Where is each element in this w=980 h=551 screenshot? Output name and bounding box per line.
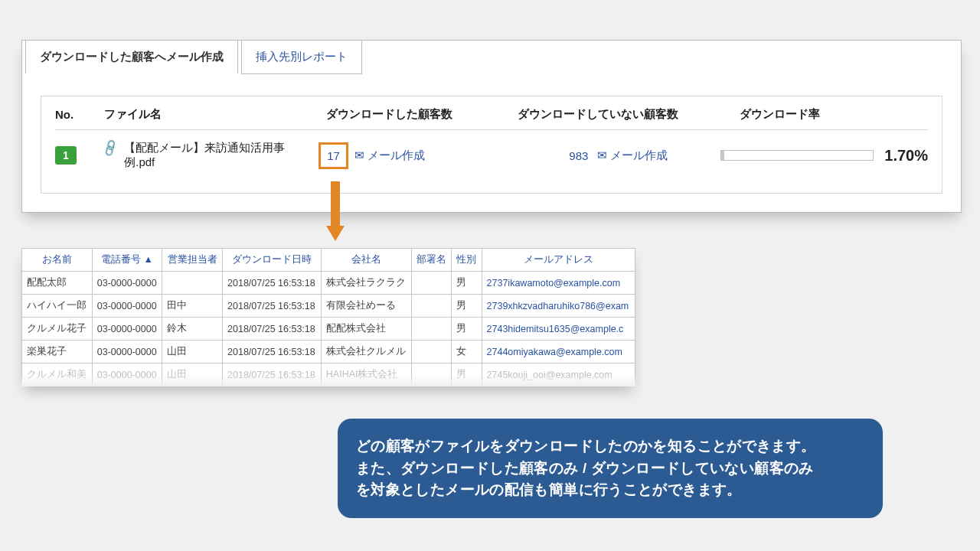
- cell-company: 株式会社クルメル: [321, 341, 411, 364]
- cell-email[interactable]: 2739xhkzvadharuhiko786@exam: [482, 295, 635, 318]
- cell-company: 有限会社めーる: [321, 295, 411, 318]
- envelope-icon: ✉: [354, 148, 364, 162]
- file-table-header: No. ファイル名 ダウンロードした顧客数 ダウンロードしていない顧客数 ダウン…: [55, 107, 928, 129]
- cell-gender: 男: [452, 318, 482, 341]
- mail-compose-label: メール作成: [610, 148, 668, 163]
- envelope-icon: ✉: [597, 148, 607, 162]
- cell-sales: 山田: [162, 341, 223, 364]
- download-rate-value: 1.70%: [884, 147, 928, 165]
- cell-gender: 男: [452, 272, 482, 295]
- cust-col-name[interactable]: お名前: [22, 249, 93, 272]
- cell-sales: 田中: [162, 295, 223, 318]
- cust-col-gender[interactable]: 性別: [452, 249, 482, 272]
- mail-compose-label: メール作成: [368, 148, 425, 163]
- cell-tel: 03-0000-0000: [92, 341, 162, 364]
- col-file: ファイル名: [104, 107, 326, 122]
- cell-name: クルメル花子: [22, 318, 93, 341]
- cell-gender: 男: [452, 295, 482, 318]
- table-row: ハイハイ一郎03-0000-0000田中2018/07/25 16:53:18有…: [22, 295, 635, 318]
- cell-name: ハイハイ一郎: [22, 295, 93, 318]
- cell-tel: 03-0000-0000: [92, 295, 162, 318]
- description-callout: どの顧客がファイルをダウンロードしたのかを知ることができます。 また、ダウンロー…: [338, 419, 883, 518]
- col-download-count: ダウンロードした顧客数: [326, 107, 518, 122]
- cust-col-sales[interactable]: 営業担当者: [162, 249, 223, 272]
- cell-email[interactable]: 2744omiyakawa@example.com: [482, 341, 635, 364]
- table-row: 配配太郎03-0000-00002018/07/25 16:53:18株式会社ラ…: [22, 272, 635, 295]
- cust-col-dl-date[interactable]: ダウンロード日時: [223, 249, 322, 272]
- mail-compose-downloaded[interactable]: ✉ メール作成: [354, 148, 425, 163]
- cell-sales: 鈴木: [162, 318, 223, 341]
- cell-tel: 03-0000-0000: [92, 318, 162, 341]
- col-no: No.: [55, 108, 104, 121]
- mail-compose-not-downloaded[interactable]: ✉ メール作成: [597, 148, 668, 163]
- cell-tel: 03-0000-0000: [92, 272, 162, 295]
- tab-insert-report[interactable]: 挿入先別レポート: [241, 40, 362, 74]
- attachment-icon: 🔗: [100, 138, 121, 158]
- cell-date: 2018/07/25 16:53:18: [223, 295, 322, 318]
- callout-line-3: を対象としたメールの配信も簡単に行うことができます。: [356, 479, 864, 501]
- callout-line-1: どの顧客がファイルをダウンロードしたのかを知ることができます。: [356, 435, 864, 458]
- row-index-badge: 1: [55, 146, 77, 165]
- cell-email[interactable]: 2743hidemitsu1635@example.c: [482, 318, 635, 341]
- cust-col-tel[interactable]: 電話番号 ▲: [92, 249, 162, 272]
- download-rate-bar: [720, 150, 874, 161]
- table-row: クルメル花子03-0000-0000鈴木2018/07/25 16:53:18配…: [22, 318, 635, 341]
- cust-col-company[interactable]: 会社名: [321, 249, 411, 272]
- table-fade: [21, 374, 635, 386]
- customer-table-panel: お名前 電話番号 ▲ 営業担当者 ダウンロード日時 会社名 部署名 性別 メール…: [21, 248, 635, 386]
- cust-col-email[interactable]: メールアドレス: [482, 249, 635, 272]
- cell-dept: [411, 318, 451, 341]
- cell-dept: [411, 295, 451, 318]
- cell-company: 株式会社ラクラク: [321, 272, 411, 295]
- cell-company: 配配株式会社: [321, 318, 411, 341]
- downloaded-count-link[interactable]: 17: [318, 142, 348, 169]
- cell-gender: 女: [452, 341, 482, 364]
- customer-table: お名前 電話番号 ▲ 営業担当者 ダウンロード日時 会社名 部署名 性別 メール…: [21, 248, 635, 386]
- arrow-down-icon: [326, 181, 345, 241]
- file-name: 【配配メール】来訪通知活用事例.pdf: [124, 141, 308, 170]
- cell-name: 配配太郎: [22, 272, 93, 295]
- not-downloaded-count-link[interactable]: 983: [566, 149, 591, 162]
- cell-name: 楽巣花子: [22, 341, 93, 364]
- col-download-rate: ダウンロード率: [740, 107, 928, 122]
- cell-date: 2018/07/25 16:53:18: [223, 341, 322, 364]
- cell-email[interactable]: 2737ikawamoto@example.com: [482, 272, 635, 295]
- cell-dept: [411, 341, 451, 364]
- cell-dept: [411, 272, 451, 295]
- cust-col-dept[interactable]: 部署名: [411, 249, 451, 272]
- cell-date: 2018/07/25 16:53:18: [223, 318, 322, 341]
- tabs: ダウンロードした顧客へメール作成 挿入先別レポート: [25, 40, 365, 74]
- download-rate-bar-fill: [721, 151, 724, 160]
- file-table: No. ファイル名 ダウンロードした顧客数 ダウンロードしていない顧客数 ダウン…: [41, 96, 942, 194]
- cell-date: 2018/07/25 16:53:18: [223, 272, 322, 295]
- table-row: 楽巣花子03-0000-0000山田2018/07/25 16:53:18株式会…: [22, 341, 635, 364]
- file-table-row: 1 🔗 【配配メール】来訪通知活用事例.pdf 17 ✉ メール作成 983 ✉…: [55, 129, 928, 181]
- cell-sales: [162, 272, 223, 295]
- tab-compose-downloaded[interactable]: ダウンロードした顧客へメール作成: [25, 40, 238, 74]
- col-not-download-count: ダウンロードしていない顧客数: [518, 107, 740, 122]
- callout-line-2: また、ダウンロードした顧客のみ / ダウンロードしていない顧客のみ: [356, 458, 864, 480]
